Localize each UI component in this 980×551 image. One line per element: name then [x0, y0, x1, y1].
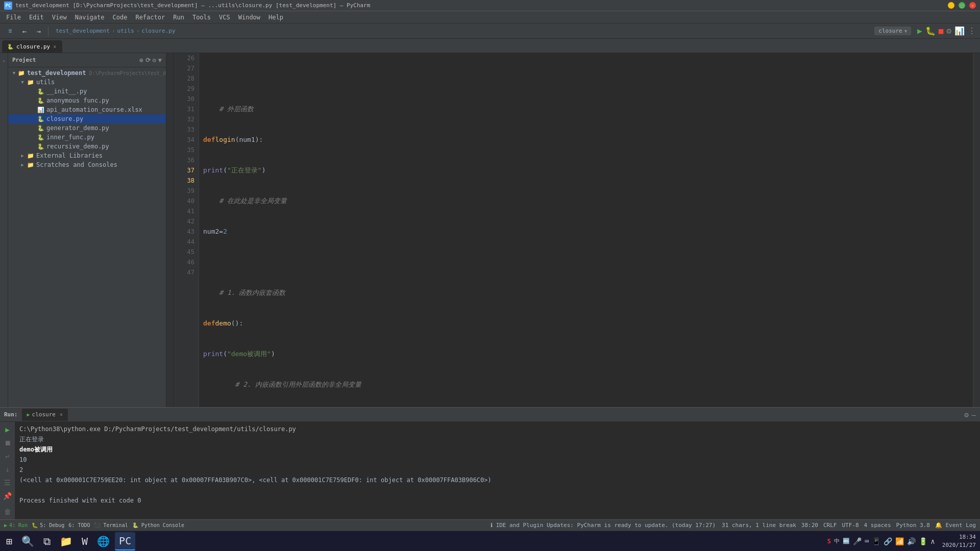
- coverage-button[interactable]: ⚙: [946, 26, 951, 36]
- run-stop-btn[interactable]: ⏹: [2, 437, 13, 448]
- status-event-log[interactable]: 🔔 Event Log: [935, 522, 976, 529]
- sidebar-collapse-btn[interactable]: ▼: [158, 57, 162, 64]
- run-tab-close[interactable]: ×: [60, 412, 63, 417]
- status-indent[interactable]: 4 spaces: [864, 522, 891, 529]
- py-file-icon-rec: 🐍: [37, 142, 45, 151]
- tree-item-external-libs[interactable]: ▶ 📁 External Libraries: [8, 151, 166, 160]
- status-crlf[interactable]: CRLF: [823, 522, 837, 529]
- status-python-console[interactable]: 🐍 Python Console: [132, 522, 184, 528]
- py-file-icon: 🐍: [37, 87, 45, 95]
- line-num-26: 26: [174, 53, 194, 63]
- search-taskbar-btn[interactable]: 🔍: [17, 532, 38, 550]
- status-encoding[interactable]: UTF-8: [842, 522, 859, 529]
- tray-sogou[interactable]: S: [827, 538, 831, 545]
- more-button[interactable]: ⋮: [968, 26, 976, 36]
- run-restore-btn[interactable]: ↩: [2, 450, 13, 462]
- breadcrumb-file[interactable]: closure.py: [141, 28, 175, 34]
- run-tab-closure[interactable]: ▶ closure ×: [22, 409, 68, 421]
- maximize-button[interactable]: □: [959, 2, 965, 9]
- breadcrumb-project[interactable]: test_development: [56, 28, 110, 34]
- status-python-version[interactable]: Python 3.8: [896, 522, 930, 529]
- menu-view[interactable]: View: [48, 13, 71, 22]
- status-run[interactable]: ▶ 4: Run: [4, 522, 28, 528]
- run-settings-icon[interactable]: ⚙: [964, 411, 968, 419]
- run-config-name[interactable]: closure: [878, 28, 902, 34]
- menu-file[interactable]: File: [2, 13, 25, 22]
- run-panel: Run: ▶ closure × ⚙ – ▶ ⏹ ↩ ↓ ☰ 📌 🗑 C:\Py…: [0, 407, 980, 519]
- tree-item-closure[interactable]: 🐍 closure.py: [8, 114, 166, 123]
- tray-ime[interactable]: 🔤: [843, 538, 850, 544]
- stop-button[interactable]: ■: [939, 26, 944, 36]
- taskbar-clock[interactable]: 18:34 2020/11/27: [940, 533, 978, 549]
- menu-refactor[interactable]: Refactor: [131, 13, 169, 22]
- tabbar: 🐍 closure.py ×: [0, 39, 980, 53]
- tree-item-test-development[interactable]: ▼ 📁 test_development D:\PycharmProjects\…: [8, 68, 166, 78]
- status-terminal[interactable]: ⬛ Terminal: [94, 522, 128, 528]
- breadcrumb-folder[interactable]: utils: [117, 28, 134, 34]
- run-pin-btn[interactable]: 📌: [2, 490, 13, 502]
- menu-tools[interactable]: Tools: [188, 13, 215, 22]
- code-editor[interactable]: # 外层函数 def login(num1): print("正在登录") # …: [199, 53, 973, 407]
- tray-mic[interactable]: 🎤: [853, 537, 862, 545]
- toolbar-back-btn[interactable]: ←: [18, 25, 31, 37]
- menu-edit[interactable]: Edit: [25, 13, 48, 22]
- status-todo[interactable]: 6: TODO: [68, 522, 90, 528]
- tree-label-init: __init__.py: [46, 88, 87, 95]
- py-file-icon-gen: 🐍: [37, 124, 45, 132]
- debug-button[interactable]: 🐛: [925, 26, 936, 36]
- menu-run[interactable]: Run: [169, 13, 188, 22]
- tab-closure-py[interactable]: 🐍 closure.py ×: [2, 40, 62, 53]
- run-button[interactable]: ▶: [917, 26, 922, 36]
- run-filter-btn[interactable]: ☰: [2, 477, 13, 488]
- chevron-down-icon[interactable]: ▼: [904, 29, 907, 34]
- menu-code[interactable]: Code: [109, 13, 132, 22]
- tree-label-scratches: Scratches and Consoles: [36, 161, 117, 168]
- toolbar-project-btn[interactable]: ≡: [4, 25, 16, 37]
- menu-help[interactable]: Help: [264, 13, 287, 22]
- tree-item-generator[interactable]: 🐍 generator_demo.py: [8, 123, 166, 133]
- status-debug[interactable]: 🐛 5: Debug: [32, 522, 64, 528]
- tray-network[interactable]: 📶: [895, 537, 904, 545]
- status-line-col[interactable]: 38:20: [801, 522, 818, 529]
- tray-battery[interactable]: 🔋: [919, 537, 927, 545]
- pycharm-taskbar-btn[interactable]: PC: [115, 532, 135, 550]
- sidebar-add-btn[interactable]: ⊕: [139, 57, 143, 64]
- run-body: ▶ ⏹ ↩ ↓ ☰ 📌 🗑 C:\Python38\python.exe D:/…: [0, 422, 980, 519]
- word-btn[interactable]: W: [78, 532, 92, 550]
- sidebar-sync-btn[interactable]: ⟳: [145, 57, 151, 64]
- run-scroll-btn[interactable]: ↓: [2, 464, 13, 475]
- tree-item-recursive[interactable]: 🐍 recursive_demo.py: [8, 142, 166, 151]
- tray-app2[interactable]: 🔗: [884, 537, 892, 545]
- tray-keyboard[interactable]: ⌨: [865, 537, 869, 545]
- tree-item-anonymous[interactable]: 🐍 anonymous func.py: [8, 96, 166, 105]
- sidebar-settings-btn[interactable]: ⚙: [153, 57, 156, 64]
- close-button[interactable]: ×: [969, 2, 976, 9]
- tab-close-button[interactable]: ×: [53, 44, 56, 49]
- menu-navigate[interactable]: Navigate: [71, 13, 109, 22]
- favorites-icon[interactable]: ★: [2, 55, 7, 66]
- tree-item-utils[interactable]: ▼ 📁 utils: [8, 78, 166, 87]
- start-button[interactable]: ⊞: [2, 532, 16, 550]
- menu-window[interactable]: Window: [234, 13, 264, 22]
- menu-vcs[interactable]: VCS: [215, 13, 234, 22]
- toolbar-forward-btn[interactable]: →: [33, 25, 45, 37]
- run-rerun-btn[interactable]: ▶: [2, 424, 13, 435]
- status-ide-message[interactable]: ℹ IDE and Plugin Updates: PyCharm is rea…: [491, 522, 716, 529]
- tree-item-scratches[interactable]: ▶ 📁 Scratches and Consoles: [8, 160, 166, 169]
- chrome-btn[interactable]: 🌐: [93, 532, 114, 550]
- run-hide-icon[interactable]: –: [972, 411, 976, 419]
- run-trash-btn[interactable]: 🗑: [2, 506, 13, 517]
- tree-item-xlsx[interactable]: 📊 api_automation_course.xlsx: [8, 105, 166, 114]
- tree-item-inner[interactable]: 🐍 inner_func.py: [8, 133, 166, 142]
- explorer-btn[interactable]: 📁: [56, 532, 77, 550]
- taskview-btn[interactable]: ⧉: [39, 532, 55, 550]
- main-area: ★ Project ⊕ ⟳ ⚙ ▼ ▼ 📁 test_development D…: [0, 53, 980, 407]
- status-position[interactable]: 31 chars, 1 line break: [722, 522, 796, 529]
- tray-app1[interactable]: 📱: [872, 537, 880, 545]
- tray-lang[interactable]: 中: [834, 537, 840, 545]
- tree-item-init[interactable]: 🐍 __init__.py: [8, 87, 166, 96]
- profile-button[interactable]: 📊: [954, 26, 965, 36]
- tray-arrow[interactable]: ∧: [930, 537, 935, 545]
- minimize-button[interactable]: –: [948, 2, 954, 9]
- tray-volume[interactable]: 🔊: [907, 537, 916, 545]
